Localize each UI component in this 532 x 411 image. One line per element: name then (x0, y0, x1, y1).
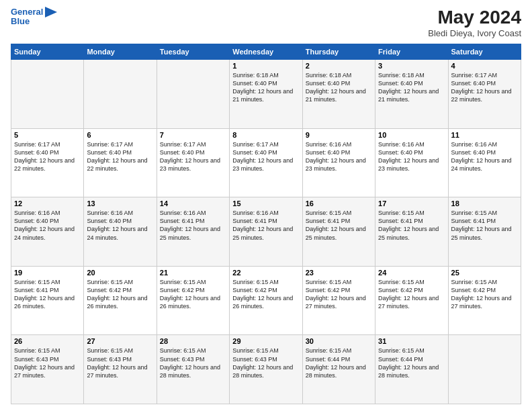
day-info: Sunrise: 6:16 AMSunset: 6:41 PMDaylight:… (160, 209, 226, 242)
calendar-cell-3-2: 21Sunrise: 6:15 AMSunset: 6:42 PMDayligh… (157, 266, 229, 335)
calendar-week-4: 19Sunrise: 6:15 AMSunset: 6:41 PMDayligh… (11, 266, 521, 335)
calendar-cell-0-0 (11, 60, 84, 129)
calendar-cell-0-5: 3Sunrise: 6:18 AMSunset: 6:40 PMDaylight… (375, 60, 448, 129)
calendar-cell-0-4: 2Sunrise: 6:18 AMSunset: 6:40 PMDaylight… (302, 60, 375, 129)
day-info: Sunrise: 6:15 AMSunset: 6:43 PMDaylight:… (87, 347, 153, 379)
calendar-header-row: SundayMondayTuesdayWednesdayThursdayFrid… (11, 44, 521, 60)
day-info: Sunrise: 6:15 AMSunset: 6:42 PMDaylight:… (306, 278, 372, 311)
svg-marker-0 (45, 7, 57, 17)
calendar-week-1: 1Sunrise: 6:18 AMSunset: 6:40 PMDaylight… (11, 60, 521, 129)
calendar-cell-1-3: 8Sunrise: 6:17 AMSunset: 6:40 PMDaylight… (230, 128, 302, 197)
calendar-cell-4-4: 30Sunrise: 6:15 AMSunset: 6:44 PMDayligh… (302, 335, 375, 404)
day-number: 22 (232, 269, 299, 277)
day-info: Sunrise: 6:15 AMSunset: 6:41 PMDaylight:… (14, 278, 81, 311)
header-saturday: Saturday (448, 44, 521, 60)
day-info: Sunrise: 6:15 AMSunset: 6:43 PMDaylight:… (160, 347, 226, 379)
header-thursday: Thursday (302, 44, 375, 60)
day-info: Sunrise: 6:16 AMSunset: 6:40 PMDaylight:… (14, 209, 81, 242)
day-number: 21 (160, 269, 226, 277)
day-number: 23 (306, 269, 372, 277)
day-number: 10 (378, 131, 445, 139)
day-number: 30 (306, 337, 372, 345)
header-monday: Monday (84, 44, 157, 60)
day-info: Sunrise: 6:17 AMSunset: 6:40 PMDaylight:… (87, 140, 153, 173)
calendar-cell-4-1: 27Sunrise: 6:15 AMSunset: 6:43 PMDayligh… (84, 335, 157, 404)
day-info: Sunrise: 6:16 AMSunset: 6:40 PMDaylight:… (306, 140, 372, 173)
calendar-week-3: 12Sunrise: 6:16 AMSunset: 6:40 PMDayligh… (11, 197, 521, 267)
calendar-cell-3-1: 20Sunrise: 6:15 AMSunset: 6:42 PMDayligh… (84, 266, 157, 335)
day-info: Sunrise: 6:16 AMSunset: 6:40 PMDaylight:… (87, 209, 153, 242)
day-number: 8 (232, 131, 299, 139)
calendar-cell-4-5: 31Sunrise: 6:15 AMSunset: 6:44 PMDayligh… (375, 335, 448, 404)
calendar-body: 1Sunrise: 6:18 AMSunset: 6:40 PMDaylight… (11, 60, 521, 404)
page-header: General Blue May 2024 Bledi Dieya, Ivory… (11, 7, 521, 38)
calendar-cell-3-5: 24Sunrise: 6:15 AMSunset: 6:42 PMDayligh… (375, 266, 448, 335)
day-info: Sunrise: 6:17 AMSunset: 6:40 PMDaylight:… (232, 140, 299, 173)
day-number: 27 (87, 337, 153, 345)
day-info: Sunrise: 6:15 AMSunset: 6:41 PMDaylight:… (306, 209, 372, 242)
day-info: Sunrise: 6:15 AMSunset: 6:42 PMDaylight:… (160, 278, 226, 311)
day-number: 12 (14, 199, 81, 208)
day-info: Sunrise: 6:15 AMSunset: 6:42 PMDaylight:… (232, 278, 299, 311)
calendar-cell-4-3: 29Sunrise: 6:15 AMSunset: 6:43 PMDayligh… (230, 335, 302, 404)
calendar-cell-2-3: 15Sunrise: 6:16 AMSunset: 6:41 PMDayligh… (230, 197, 302, 267)
calendar-cell-0-3: 1Sunrise: 6:18 AMSunset: 6:40 PMDaylight… (230, 60, 302, 129)
day-info: Sunrise: 6:16 AMSunset: 6:40 PMDaylight:… (451, 140, 518, 173)
day-info: Sunrise: 6:15 AMSunset: 6:42 PMDaylight:… (451, 278, 518, 311)
title-block: May 2024 Bledi Dieya, Ivory Coast (428, 7, 521, 38)
calendar-cell-1-0: 5Sunrise: 6:17 AMSunset: 6:40 PMDaylight… (11, 128, 84, 197)
calendar-week-5: 26Sunrise: 6:15 AMSunset: 6:43 PMDayligh… (11, 335, 521, 404)
day-number: 20 (87, 269, 153, 277)
calendar-cell-0-1 (84, 60, 157, 129)
calendar-cell-2-2: 14Sunrise: 6:16 AMSunset: 6:41 PMDayligh… (157, 197, 229, 267)
day-number: 6 (87, 131, 153, 139)
calendar-table: SundayMondayTuesdayWednesdayThursdayFrid… (11, 44, 521, 404)
day-info: Sunrise: 6:15 AMSunset: 6:41 PMDaylight:… (378, 209, 445, 242)
day-number: 31 (378, 337, 445, 345)
day-info: Sunrise: 6:17 AMSunset: 6:40 PMDaylight:… (160, 140, 226, 173)
day-number: 14 (160, 199, 226, 208)
day-number: 26 (14, 337, 81, 345)
day-info: Sunrise: 6:15 AMSunset: 6:42 PMDaylight:… (87, 278, 153, 311)
calendar-cell-4-6 (448, 335, 521, 404)
day-number: 3 (378, 62, 445, 70)
day-info: Sunrise: 6:16 AMSunset: 6:40 PMDaylight:… (378, 140, 445, 173)
day-number: 11 (451, 131, 518, 139)
calendar-cell-1-5: 10Sunrise: 6:16 AMSunset: 6:40 PMDayligh… (375, 128, 448, 197)
day-number: 4 (451, 62, 518, 70)
day-info: Sunrise: 6:17 AMSunset: 6:40 PMDaylight:… (451, 71, 518, 104)
day-number: 28 (160, 337, 226, 345)
day-number: 15 (232, 199, 299, 208)
logo-blue-text: Blue (11, 16, 30, 27)
calendar-cell-3-4: 23Sunrise: 6:15 AMSunset: 6:42 PMDayligh… (302, 266, 375, 335)
header-wednesday: Wednesday (230, 44, 302, 60)
logo-arrow-icon (45, 7, 57, 17)
day-number: 13 (87, 199, 153, 208)
calendar-cell-2-5: 17Sunrise: 6:15 AMSunset: 6:41 PMDayligh… (375, 197, 448, 267)
header-sunday: Sunday (11, 44, 84, 60)
calendar-week-2: 5Sunrise: 6:17 AMSunset: 6:40 PMDaylight… (11, 128, 521, 197)
day-number: 29 (232, 337, 299, 345)
calendar-cell-2-0: 12Sunrise: 6:16 AMSunset: 6:40 PMDayligh… (11, 197, 84, 267)
calendar-cell-2-6: 18Sunrise: 6:15 AMSunset: 6:41 PMDayligh… (448, 197, 521, 267)
calendar-cell-4-2: 28Sunrise: 6:15 AMSunset: 6:43 PMDayligh… (157, 335, 229, 404)
day-info: Sunrise: 6:15 AMSunset: 6:41 PMDaylight:… (451, 209, 518, 242)
calendar-cell-0-2 (157, 60, 229, 129)
day-info: Sunrise: 6:15 AMSunset: 6:43 PMDaylight:… (232, 347, 299, 379)
calendar-cell-2-4: 16Sunrise: 6:15 AMSunset: 6:41 PMDayligh… (302, 197, 375, 267)
day-info: Sunrise: 6:17 AMSunset: 6:40 PMDaylight:… (14, 140, 81, 173)
header-friday: Friday (375, 44, 448, 60)
calendar-cell-1-2: 7Sunrise: 6:17 AMSunset: 6:40 PMDaylight… (157, 128, 229, 197)
day-number: 25 (451, 269, 518, 277)
day-number: 18 (451, 199, 518, 208)
day-info: Sunrise: 6:18 AMSunset: 6:40 PMDaylight:… (306, 71, 372, 104)
calendar-cell-1-1: 6Sunrise: 6:17 AMSunset: 6:40 PMDaylight… (84, 128, 157, 197)
day-info: Sunrise: 6:15 AMSunset: 6:44 PMDaylight:… (306, 347, 372, 379)
day-number: 19 (14, 269, 81, 277)
calendar-cell-3-3: 22Sunrise: 6:15 AMSunset: 6:42 PMDayligh… (230, 266, 302, 335)
main-title: May 2024 (428, 7, 521, 28)
day-info: Sunrise: 6:16 AMSunset: 6:41 PMDaylight:… (232, 209, 299, 242)
calendar-cell-1-6: 11Sunrise: 6:16 AMSunset: 6:40 PMDayligh… (448, 128, 521, 197)
calendar-cell-4-0: 26Sunrise: 6:15 AMSunset: 6:43 PMDayligh… (11, 335, 84, 404)
logo: General Blue (11, 7, 57, 27)
